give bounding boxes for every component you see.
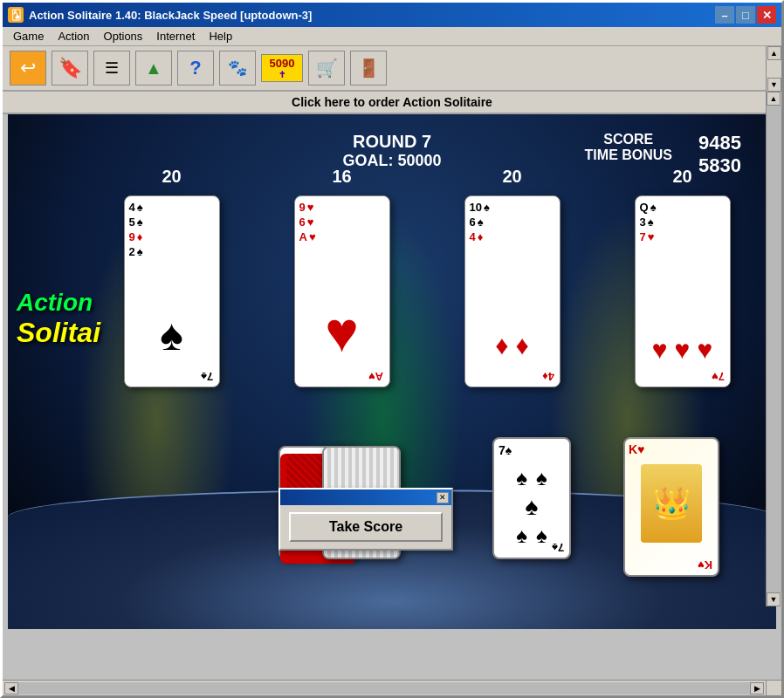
card-corner-bottom: 4♦ <box>542 370 554 383</box>
card-stack-3[interactable]: 10♠ 6♠ 4♦ ♦ ♦ 4♦ <box>464 195 560 387</box>
card-row: 3♠ <box>640 216 726 229</box>
score-label: SCORE <box>585 132 672 147</box>
column-1-score: 20 <box>162 167 181 187</box>
window-controls: – □ ✕ <box>715 6 776 24</box>
card-row: 5♠ <box>129 216 215 229</box>
card-row: 2♠ <box>129 245 215 258</box>
toolbar-cart-button[interactable]: 🛒 <box>308 51 345 86</box>
card-columns: 20 4♠ 5♠ 9♦ 2♠ ♠ 7♠ 16 <box>95 167 759 387</box>
dialog-titlebar: ✕ <box>280 489 451 505</box>
menu-options[interactable]: Options <box>97 28 150 44</box>
card-row: 10♠ <box>470 201 555 214</box>
loose-card-king-hearts[interactable]: K♥ 👑 K♥ <box>623 437 719 577</box>
scrollbar-down-arrow[interactable]: ▼ <box>767 78 781 92</box>
score-badge: 5090 ✝ <box>261 54 303 82</box>
card-column-1[interactable]: 20 4♠ 5♠ 9♦ 2♠ ♠ 7♠ <box>124 167 220 387</box>
scroll-up-btn[interactable]: ▲ <box>767 92 781 106</box>
take-score-dialog: ✕ Take Score <box>279 488 453 551</box>
window-title: Action Solitaire 1.40: BlackJack Speed [… <box>29 9 312 22</box>
toolbar-up-button[interactable]: ▲ <box>135 51 172 86</box>
hscroll-right-btn[interactable]: ▶ <box>750 682 764 695</box>
bottom-scrollbar[interactable]: ◀ ▶ <box>3 680 766 695</box>
titlebar: 🂡 Action Solitaire 1.40: BlackJack Speed… <box>3 3 781 27</box>
hscroll-track <box>18 682 750 695</box>
score-badge-value: 5090 <box>270 57 295 70</box>
menubar: Game Action Options Internet Help <box>3 27 781 46</box>
column-2-score: 16 <box>332 167 351 187</box>
column-4-score: 20 <box>672 167 691 187</box>
game-area: Action Solitai ROUND 7 GOAL: 50000 SCORE… <box>8 114 776 629</box>
card-row: 6♠ <box>470 216 555 229</box>
loose-card-7spades[interactable]: 7♠ ♠ ♠ ♠ ♠ ♠ 7♠ <box>492 437 571 559</box>
card-stack-1[interactable]: 4♠ 5♠ 9♦ 2♠ ♠ 7♠ <box>124 195 220 387</box>
menu-game[interactable]: Game <box>6 28 51 44</box>
hscroll-left-btn[interactable]: ◀ <box>4 682 18 695</box>
dialog-close-button[interactable]: ✕ <box>437 492 449 503</box>
card-corner-bottom: A♥ <box>368 370 383 383</box>
card-corner-bottom: 7♠ <box>201 370 213 383</box>
toolbar-help-button[interactable]: ? <box>177 51 214 86</box>
round-text: ROUND 7 <box>342 132 441 152</box>
toolbar: ↩ 🔖 ☰ ▲ ? 🐾 5090 ✝ 🛒 🚪 ▲ ▼ <box>3 46 781 92</box>
toolbar-scrollbar: ▲ ▼ <box>766 46 781 92</box>
close-button[interactable]: ✕ <box>757 6 776 24</box>
take-score-button[interactable]: Take Score <box>289 512 443 542</box>
menu-internet[interactable]: Internet <box>149 28 202 44</box>
toolbar-paw-button[interactable]: 🐾 <box>219 51 256 86</box>
menu-help[interactable]: Help <box>202 28 239 44</box>
card-row: A♥ <box>299 230 385 243</box>
card-column-3[interactable]: 20 10♠ 6♠ 4♦ ♦ ♦ 4♦ <box>464 167 560 387</box>
card-column-2[interactable]: 16 9♥ 6♥ A♥ ♥ A♥ <box>294 167 390 387</box>
toolbar-back-button[interactable]: ↩ <box>10 51 46 86</box>
card-row: 7♥ <box>640 230 726 243</box>
card-row: 9♥ <box>299 201 385 214</box>
card-row: Q♠ <box>640 201 726 214</box>
maximize-button[interactable]: □ <box>736 6 755 24</box>
scroll-down-btn[interactable]: ▼ <box>767 592 781 606</box>
toolbar-bookmark-button[interactable]: 🔖 <box>52 51 88 86</box>
toolbar-door-button[interactable]: 🚪 <box>350 51 387 86</box>
card-row: 4♠ <box>129 201 215 214</box>
card-column-4[interactable]: 20 Q♠ 3♠ 7♥ ♥ ♥ ♥ 7♥ <box>635 167 731 387</box>
card-row: 9♦ <box>129 230 215 243</box>
card-stack-4[interactable]: Q♠ 3♠ 7♥ ♥ ♥ ♥ 7♥ <box>635 195 731 387</box>
card-stack-2[interactable]: 9♥ 6♥ A♥ ♥ A♥ <box>294 195 390 387</box>
card-corner-bottom: 7♥ <box>712 370 725 383</box>
app-icon: 🂡 <box>8 7 24 23</box>
promobar[interactable]: Click here to order Action Solitaire <box>3 92 781 114</box>
logo: Action Solitai <box>17 289 100 349</box>
scrollbar-up-arrow[interactable]: ▲ <box>767 46 781 60</box>
toolbar-list-button[interactable]: ☰ <box>93 51 130 86</box>
right-scrollbar[interactable]: ▲ ▼ <box>766 92 781 606</box>
column-3-score: 20 <box>502 167 521 187</box>
dialog-content: Take Score <box>280 505 451 549</box>
promo-text: Click here to order Action Solitaire <box>292 95 492 109</box>
logo-solitaire: Solitai <box>17 317 100 349</box>
scrollbar-corner <box>766 680 781 695</box>
round-display: ROUND 7 GOAL: 50000 <box>342 132 441 170</box>
card-row: 4♦ <box>470 230 555 243</box>
logo-action: Action <box>17 289 100 317</box>
minimize-button[interactable]: – <box>715 6 734 24</box>
menu-action[interactable]: Action <box>51 28 96 44</box>
time-bonus-label: TIME BONUS <box>585 147 672 163</box>
score-value: 9485 <box>698 132 741 154</box>
card-row: 6♥ <box>299 216 385 229</box>
